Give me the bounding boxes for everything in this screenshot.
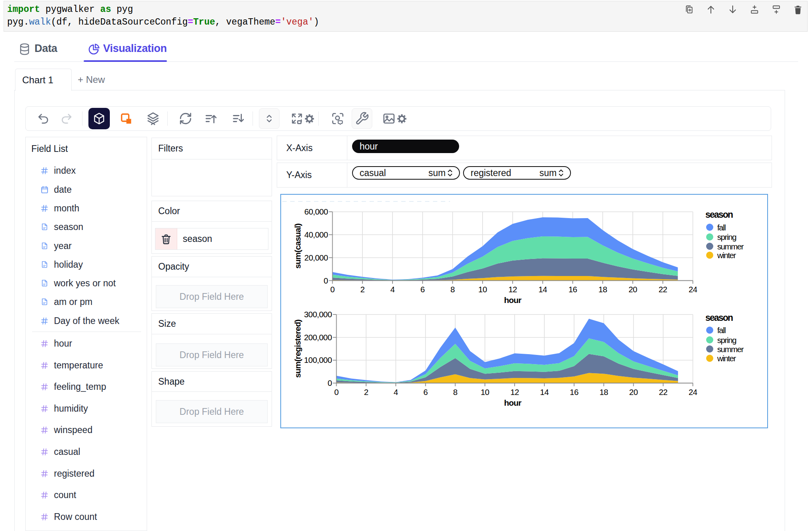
svg-text:hour: hour <box>504 398 521 407</box>
svg-text:fall: fall <box>717 326 726 335</box>
svg-text:sum(registered): sum(registered) <box>293 320 302 378</box>
svg-text:10: 10 <box>478 285 487 294</box>
svg-text:spring: spring <box>717 335 736 345</box>
svg-text:2: 2 <box>360 285 365 294</box>
svg-text:24: 24 <box>689 285 697 294</box>
svg-text:100,000: 100,000 <box>304 355 332 364</box>
svg-text:16: 16 <box>570 387 578 397</box>
svg-text:summer: summer <box>717 345 744 354</box>
svg-text:0: 0 <box>327 378 332 387</box>
svg-text:0: 0 <box>330 285 335 294</box>
svg-text:0: 0 <box>324 276 328 285</box>
svg-text:season: season <box>705 312 733 323</box>
svg-text:300,000: 300,000 <box>304 310 332 319</box>
svg-text:20: 20 <box>629 387 638 397</box>
svg-text:6: 6 <box>420 285 425 294</box>
svg-text:2: 2 <box>364 387 368 397</box>
svg-text:winter: winter <box>717 251 736 260</box>
svg-text:16: 16 <box>569 285 577 294</box>
svg-text:22: 22 <box>659 285 667 294</box>
svg-text:20: 20 <box>628 285 637 294</box>
svg-text:12: 12 <box>510 387 519 397</box>
svg-text:spring: spring <box>717 232 736 242</box>
svg-text:40,000: 40,000 <box>304 230 328 239</box>
svg-text:fall: fall <box>717 223 726 232</box>
svg-text:18: 18 <box>598 285 607 294</box>
svg-text:14: 14 <box>540 387 549 397</box>
svg-text:12: 12 <box>508 285 517 294</box>
svg-text:sum(casual): sum(casual) <box>293 224 302 269</box>
svg-text:summer: summer <box>717 242 744 251</box>
svg-text:6: 6 <box>423 387 428 397</box>
svg-text:18: 18 <box>599 387 608 397</box>
svg-text:10: 10 <box>481 387 489 397</box>
svg-text:20,000: 20,000 <box>304 253 328 262</box>
svg-text:hour: hour <box>504 295 521 305</box>
svg-text:season: season <box>705 209 733 220</box>
svg-text:22: 22 <box>659 387 668 397</box>
svg-text:200,000: 200,000 <box>304 333 332 342</box>
svg-text:4: 4 <box>394 387 398 397</box>
svg-text:8: 8 <box>453 387 458 397</box>
svg-text:8: 8 <box>450 285 455 294</box>
svg-text:60,000: 60,000 <box>304 207 328 216</box>
svg-text:14: 14 <box>538 285 547 294</box>
svg-text:0: 0 <box>334 387 339 397</box>
svg-text:winter: winter <box>717 354 736 363</box>
svg-text:4: 4 <box>391 285 395 294</box>
svg-text:24: 24 <box>689 387 697 397</box>
